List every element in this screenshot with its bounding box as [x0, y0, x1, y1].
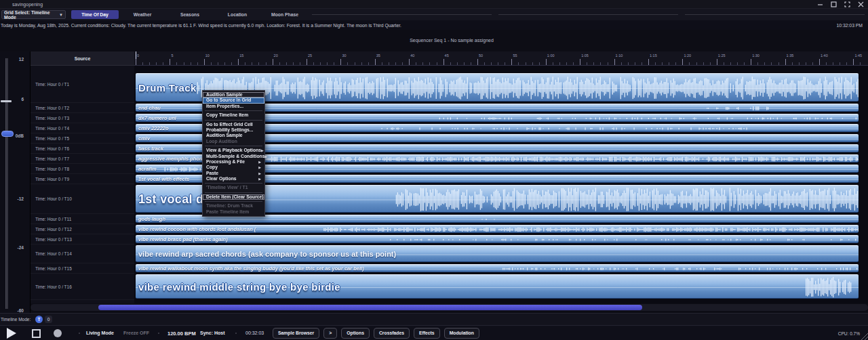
tab-seasons[interactable]: Seasons: [166, 10, 214, 19]
ruler-tick-label: 15: [239, 54, 243, 58]
scrollbar-thumb[interactable]: [98, 305, 642, 310]
ruler-minor-tick: [286, 62, 287, 65]
track-label-row[interactable]: Time: Hour 0 / T16: [31, 274, 134, 300]
track-label-row[interactable]: Time: Hour 0 / T10: [31, 184, 134, 214]
track-label-row[interactable]: Time: Hour 0 / T4: [31, 123, 134, 133]
sequencer-header: Sequencer Seq 1 - No sample assigned: [0, 30, 868, 51]
toolbar-button-item[interactable]: >: [323, 328, 337, 339]
play-icon[interactable]: [7, 328, 16, 339]
separator-dot: [235, 333, 237, 334]
resize-grip[interactable]: [860, 332, 868, 340]
submenu-arrow-icon: ▶: [264, 154, 267, 159]
ruler-minor-tick: [860, 62, 861, 65]
menu-item-view-playback-options[interactable]: View & Playback Options▶: [203, 148, 264, 153]
ruler-major-tick: [340, 59, 341, 65]
track-label: Time: Hour 0 / T12: [35, 227, 72, 232]
menu-item-processing-file[interactable]: Processing & File▶: [203, 159, 264, 165]
track-label-row[interactable]: Time: Hour 0 / T13: [31, 234, 134, 245]
fader-track[interactable]: [5, 58, 8, 309]
menu-separator: [205, 183, 262, 184]
clip-vibe-rewind-cocoon-with-chords-lost-andalusan[interactable]: vibe rewind cocoon with chords lost anda…: [136, 225, 859, 233]
clip-vibe-rewind-arp-sacred-chords-ask-company-to-sponsor-us-at-this-point[interactable]: vibe rewind arp sacred chords (ask compa…: [136, 245, 859, 262]
close-icon[interactable]: [857, 1, 864, 7]
menu-separator: [205, 201, 262, 202]
menu-item-audition-sample[interactable]: Audition Sample: [203, 133, 264, 138]
living-mode-button[interactable]: Living Mode: [86, 331, 114, 335]
toolbar-button-sample-browser[interactable]: Sample Browser: [273, 328, 319, 339]
record-icon[interactable]: [54, 329, 62, 337]
ruler-minor-tick: [156, 62, 157, 65]
track-label-row[interactable]: Time: Hour 0 / T12: [31, 224, 134, 234]
waveform: [136, 236, 859, 243]
ruler-minor-tick: [587, 62, 587, 65]
clip-label: vibe rewind cocoon with chords lost anda…: [138, 226, 256, 232]
horizontal-scrollbar[interactable]: [31, 304, 868, 311]
time-ruler[interactable]: 05101520253035404550551:001:051:101:151:…: [134, 51, 868, 66]
timeline-mode-badge[interactable]: T: [35, 316, 43, 323]
sync-mode[interactable]: Sync: Host: [200, 331, 225, 335]
track-label-row[interactable]: Time: Hour 0 / T2: [31, 103, 134, 113]
track-label-row[interactable]: Time: Hour 0 / T14: [31, 245, 134, 263]
maximize-icon[interactable]: [830, 1, 837, 7]
track-label-row[interactable]: Time: Hour 0 / T5: [31, 133, 134, 144]
menu-item-paste[interactable]: Paste▶: [203, 171, 264, 176]
ruler-tick-label: 25: [308, 54, 312, 58]
source-column-header: Source: [31, 51, 134, 66]
menu-item-copy[interactable]: Copy▶: [203, 165, 264, 170]
freeze-toggle[interactable]: Freeze OFF: [123, 331, 149, 335]
toolbar-buttons: Sample Browser>OptionsCrossfadesEffectsM…: [273, 328, 479, 339]
tab-moon-phase[interactable]: Moon Phase: [261, 10, 309, 19]
ruler-minor-tick: [840, 62, 840, 65]
ruler-minor-tick: [675, 62, 676, 65]
track-label-row[interactable]: Time: Hour 0 / T1: [31, 66, 134, 103]
ruler-major-tick: [136, 59, 136, 65]
menu-item-copy-timeline-item[interactable]: Copy Timeline Item: [203, 112, 264, 118]
timeline-mode-value[interactable]: 0: [45, 316, 52, 323]
clip-vibe-rewind-brass-pad-thanks-again[interactable]: vibe rewind brass pad (thanks again): [136, 235, 859, 243]
window-title: savingopening: [12, 2, 43, 7]
toolbar-button-crossfades[interactable]: Crossfades: [374, 328, 410, 339]
toolbar-button-options[interactable]: Options: [341, 328, 370, 339]
ruler-major-tick: [853, 59, 854, 65]
tab-weather[interactable]: Weather: [119, 10, 166, 19]
tab-time-of-day[interactable]: Time Of Day: [71, 10, 119, 19]
track-label-row[interactable]: Time: Hour 0 / T7: [31, 154, 134, 164]
menu-item-go-to-effect-grid-cell[interactable]: Go to Effect Grid Cell: [203, 122, 264, 127]
track-label-row[interactable]: Time: Hour 0 / T15: [31, 263, 134, 274]
track-label: Time: Hour 0 / T5: [35, 136, 69, 141]
stop-icon[interactable]: [32, 329, 41, 338]
menu-item-go-to-source-in-grid[interactable]: Go to Source in Grid: [203, 98, 264, 103]
track-label-row[interactable]: Time: Hour 0 / T6: [31, 144, 134, 154]
menu-item-probability-settings[interactable]: Probability Settings...: [203, 127, 264, 133]
toolbar-button-modulation[interactable]: Modulation: [444, 328, 479, 339]
track-label-row[interactable]: Time: Hour 0 / T9: [31, 174, 134, 184]
ruler-minor-tick: [402, 62, 403, 65]
track-label-row[interactable]: Time: Hour 0 / T8: [31, 164, 134, 174]
clip-vibe-rewind-middle-string-bye-bye-birdie[interactable]: vibe rewind middle string bye bye birdie: [136, 274, 859, 299]
sequencer-header-text: Sequencer Seq 1 - No sample assigned: [0, 30, 868, 43]
grid-select-dropdown[interactable]: Grid Select: Timeline Mode ▼: [1, 10, 66, 19]
minimize-icon[interactable]: [816, 1, 823, 7]
ruler-minor-tick: [191, 62, 191, 65]
ruler-minor-tick: [778, 62, 779, 65]
toolbar-button-effects[interactable]: Effects: [414, 328, 440, 339]
ruler-minor-tick: [197, 62, 198, 65]
menu-item-multi-sample-conditions[interactable]: Multi-Sample & Conditions▶: [203, 154, 264, 159]
menu-item-delete-item-clear-source[interactable]: Delete Item (Clear Source): [203, 194, 264, 200]
track-label-row[interactable]: Time: Hour 0 / T11: [31, 214, 134, 224]
ruler-minor-tick: [252, 62, 252, 65]
fader-scale-label: 0dB: [0, 133, 24, 138]
clip-vibe-rewind-walkabout-moon-synth-aka-the-singing-buddy-you-d-like-this-set-as-your-car-bell[interactable]: vibe rewind walkabout moon synth aka the…: [136, 264, 859, 272]
ruler-minor-tick: [757, 62, 758, 65]
separator-dot: [79, 333, 80, 334]
bpm-display[interactable]: 120.00 BPM: [167, 331, 196, 337]
menu-item-clear-options[interactable]: Clear Options▶: [203, 176, 264, 182]
ruler-minor-tick: [518, 62, 519, 65]
menu-item-item-properties[interactable]: Item Properties...: [203, 104, 264, 109]
tab-location[interactable]: Location: [214, 10, 261, 19]
fullscreen-icon[interactable]: [844, 1, 850, 7]
track-label-row[interactable]: Time: Hour 0 / T3: [31, 113, 134, 123]
menu-item-audition-sample[interactable]: Audition Sample: [203, 92, 264, 98]
ruler-major-tick: [307, 59, 307, 65]
separator-dot: [158, 333, 159, 334]
